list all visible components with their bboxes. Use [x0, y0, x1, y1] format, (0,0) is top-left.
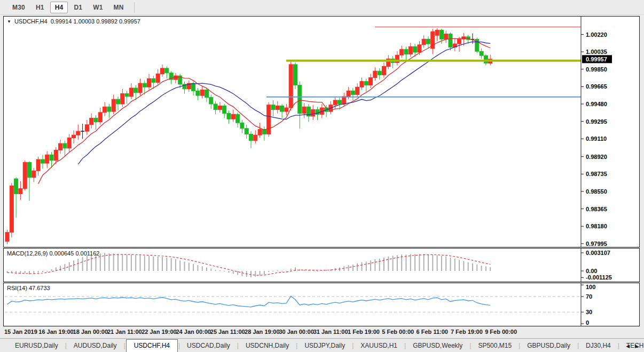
time-axis-label: 5 Feb 00:00 — [382, 329, 414, 335]
tab-usdcnh-daily[interactable]: USDCNH,Daily — [239, 340, 295, 352]
time-axis[interactable]: 15 Jan 201916 Jan 19:0018 Jan 00:0021 Ja… — [3, 326, 640, 338]
tab-usdcad-daily[interactable]: USDCAD,Daily — [180, 340, 237, 352]
macd-histogram-bar — [91, 254, 92, 271]
macd-tick-label: 0.003107 — [586, 250, 610, 256]
candle — [364, 78, 368, 92]
price-tick-label[interactable]: 0.99665 — [586, 83, 607, 90]
time-axis-label: 31 Jan 11:00 — [313, 329, 348, 335]
tab-sp500-m15[interactable]: SP500,M15 — [472, 340, 518, 352]
candle — [209, 94, 213, 108]
tab-scroll-right-icon[interactable]: ▶ — [635, 343, 639, 349]
candle — [307, 104, 310, 122]
chart-symbol-title: USDCHF,H4 — [14, 18, 48, 25]
candle — [19, 181, 22, 200]
timeframe-button-d1[interactable]: D1 — [69, 2, 87, 13]
candle — [262, 126, 266, 140]
candle — [129, 83, 133, 99]
tab-eurusd-daily[interactable]: EURUSD,Daily — [9, 340, 65, 352]
price-tick-label[interactable]: 0.97995 — [586, 241, 607, 247]
timeframe-button-w1[interactable]: W1 — [88, 2, 107, 13]
macd-histogram-bar — [264, 271, 265, 275]
macd-tick-label: 0.00 — [586, 268, 597, 274]
candlestick-chart[interactable]: 1.002201.000350.998500.996650.994800.992… — [4, 17, 639, 247]
rsi-header: RSI(14) 47.6733 — [7, 285, 50, 291]
macd-histogram-bar — [414, 254, 415, 271]
macd-histogram-bar — [441, 256, 442, 271]
candle — [276, 101, 279, 114]
price-tick-label[interactable]: 0.98365 — [586, 206, 607, 212]
rsi-panel[interactable]: RSI(14) 47.6733 10070300 — [3, 283, 640, 326]
candle — [94, 115, 98, 129]
rsi-chart[interactable]: 10070300 — [4, 283, 639, 326]
tab-gbpusd-weekly[interactable]: GBPUSD,Weekly — [406, 340, 469, 352]
macd-histogram-bar — [362, 262, 363, 271]
macd-histogram-bar — [171, 258, 172, 271]
macd-histogram-bar — [162, 257, 163, 271]
macd-histogram-bar — [286, 271, 287, 271]
chart-window: ▼ USDCHF,H4 0.99914 1.00003 0.99892 0.99… — [3, 16, 640, 338]
candle — [422, 35, 426, 47]
candle — [431, 29, 435, 54]
chevron-down-icon[interactable]: ▼ — [7, 19, 11, 24]
price-tick-label[interactable]: 0.99110 — [586, 135, 607, 142]
tab-dj30-h4[interactable]: DJ30,H4 — [579, 340, 617, 352]
candle — [356, 83, 359, 97]
tab-gbpusd-daily[interactable]: GBPUSD,Daily — [521, 340, 577, 352]
price-tick-label[interactable]: 0.98180 — [586, 223, 607, 229]
macd-histogram-bar — [82, 257, 83, 271]
macd-histogram-bar — [51, 269, 52, 271]
macd-histogram-bar — [73, 260, 74, 271]
macd-histogram-bar — [432, 254, 433, 271]
macd-histogram-bar — [87, 256, 88, 271]
macd-tick-label: -0.001125 — [586, 274, 612, 281]
candle — [427, 36, 430, 49]
macd-histogram-bar — [108, 253, 109, 271]
price-tick-label[interactable]: 0.98735 — [586, 171, 607, 177]
candle — [449, 33, 452, 51]
time-axis-label: 28 Jan 19:00 — [245, 329, 279, 335]
macd-histogram-bar — [383, 258, 384, 271]
timeframe-button-m30[interactable]: M30 — [7, 2, 30, 13]
time-axis-label: 6 Feb 11:00 — [417, 329, 448, 335]
price-tick-label[interactable]: 0.98920 — [586, 154, 607, 160]
current-price-label: 0.99957 — [586, 56, 607, 62]
main-chart-panel[interactable]: ▼ USDCHF,H4 0.99914 1.00003 0.99892 0.99… — [3, 16, 640, 247]
timeframe-button-mn[interactable]: MN — [109, 2, 129, 13]
candle — [404, 46, 408, 60]
toolbar-separator — [134, 2, 135, 13]
macd-signal-line — [7, 254, 491, 275]
tab-scroll-left-icon[interactable]: ◀ — [626, 343, 630, 349]
tab-xauusd-h1[interactable]: XAUUSD,H1 — [354, 340, 404, 352]
macd-histogram-bar — [490, 267, 491, 271]
tab-usdchf-h4[interactable]: USDCHF,H4 — [126, 339, 178, 352]
macd-panel[interactable]: MACD(12,26,9) 0.000645 0.001162 0.003107… — [3, 248, 640, 282]
macd-histogram-bar — [122, 254, 123, 271]
price-tick-label[interactable]: 0.99850 — [586, 66, 607, 73]
candle — [121, 89, 124, 107]
macd-histogram-bar — [374, 259, 375, 271]
price-tick-label[interactable]: 0.98550 — [586, 188, 607, 195]
price-tick-label[interactable]: 1.00035 — [586, 49, 607, 55]
rsi-line — [7, 296, 491, 307]
macd-histogram-bar — [255, 271, 256, 277]
macd-histogram-bar — [326, 270, 327, 271]
macd-histogram-bar — [463, 261, 464, 271]
candle — [23, 161, 27, 190]
candle — [480, 49, 483, 59]
tab-audusd-daily[interactable]: AUDUSD,Daily — [67, 340, 123, 352]
candle — [280, 104, 284, 118]
price-tick-label[interactable]: 1.00220 — [586, 31, 607, 38]
macd-histogram-bar — [175, 259, 176, 271]
macd-histogram-bar — [60, 266, 61, 271]
price-tick-label[interactable]: 0.99295 — [586, 118, 607, 125]
rsi-tick-label: 100 — [586, 284, 595, 290]
candle — [72, 130, 76, 143]
time-axis-label: 22 Jan 19:00 — [142, 329, 176, 335]
macd-histogram-bar — [481, 266, 482, 271]
candle — [214, 101, 217, 115]
tab-usdjpy-daily[interactable]: USDJPY,Daily — [298, 340, 351, 352]
timeframe-button-h4[interactable]: H4 — [50, 2, 68, 13]
price-tick-label[interactable]: 0.99480 — [586, 101, 607, 107]
macd-histogram-bar — [135, 255, 136, 271]
timeframe-button-h1[interactable]: H1 — [31, 2, 49, 13]
